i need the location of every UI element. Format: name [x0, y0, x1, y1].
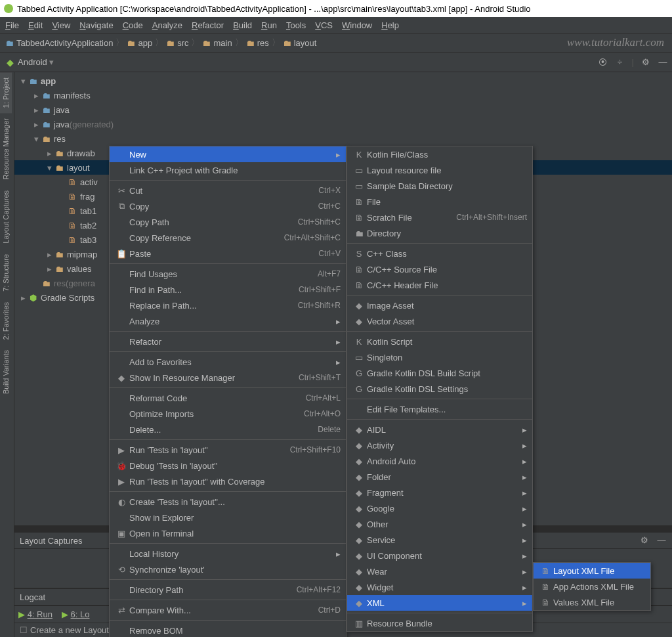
- side-tab-7-structure[interactable]: 7: Structure: [0, 249, 12, 297]
- menu-navigate[interactable]: Navigate: [79, 20, 113, 30]
- menu-tools[interactable]: Tools: [286, 20, 306, 30]
- side-tab-resource-manager[interactable]: Resource Manager: [0, 113, 12, 185]
- menu-item-copy-reference[interactable]: Copy ReferenceCtrl+Alt+Shift+C: [110, 230, 346, 246]
- menu-item-resource-bundle[interactable]: ▥Resource Bundle: [347, 615, 532, 631]
- collapse-icon[interactable]: ÷: [615, 57, 625, 68]
- menu-item-c-c-source-file[interactable]: 🗎C/C++ Source File: [347, 261, 532, 277]
- menu-item-layout-xml-file[interactable]: 🗎Layout XML File: [534, 563, 650, 579]
- menu-item-widget[interactable]: ◆Widget▸: [347, 579, 532, 595]
- menu-help[interactable]: Help: [381, 20, 399, 30]
- menu-item-find-usages[interactable]: Find UsagesAlt+F7: [110, 266, 346, 282]
- menu-item-aidl[interactable]: ◆AIDL▸: [347, 422, 532, 437]
- side-tab-build-variants[interactable]: Build Variants: [0, 345, 12, 399]
- menu-item-other[interactable]: ◆Other▸: [347, 516, 532, 532]
- menu-item-new[interactable]: New▸: [110, 146, 346, 162]
- breadcrumb-main[interactable]: 🖿main: [202, 38, 232, 48]
- project-view-selector[interactable]: Android ▾: [18, 57, 54, 67]
- breadcrumb-layout[interactable]: 🖿layout: [283, 38, 317, 48]
- bottom-tab-6-lo[interactable]: ▶ 6: Lo: [62, 609, 90, 619]
- minimize-icon[interactable]: —: [658, 57, 668, 68]
- menu-item-run-tests-in-layout-[interactable]: ▶Run 'Tests in 'layout''Ctrl+Shift+F10: [110, 442, 346, 458]
- menu-item-image-asset[interactable]: ◆Image Asset: [347, 297, 532, 313]
- menu-item-label: Run 'Tests in 'layout'': [128, 445, 274, 455]
- menu-item-wear[interactable]: ◆Wear▸: [347, 563, 532, 579]
- side-tab-1-project[interactable]: 1: Project: [0, 72, 12, 113]
- menu-item-optimize-imports[interactable]: Optimize ImportsCtrl+Alt+O: [110, 406, 346, 422]
- menu-code[interactable]: Code: [123, 20, 143, 30]
- menu-item-create-tests-in-layout-[interactable]: ◐Create 'Tests in 'layout''...: [110, 494, 346, 510]
- bottom-tab-4-run[interactable]: ▶ 4: Run: [18, 609, 52, 619]
- menu-item-scratch-file[interactable]: 🗎Scratch FileCtrl+Alt+Shift+Insert: [347, 209, 532, 225]
- menu-item-sample-data-directory[interactable]: ▭Sample Data Directory: [347, 178, 532, 194]
- menu-item-edit-file-templates-[interactable]: Edit File Templates...: [347, 401, 532, 417]
- target-icon[interactable]: ⦿: [598, 57, 608, 68]
- menu-item-values-xml-file[interactable]: 🗎Values XML File: [534, 594, 650, 610]
- menu-item-show-in-resource-manager[interactable]: ◆Show In Resource ManagerCtrl+Shift+T: [110, 370, 346, 385]
- menu-item-local-history[interactable]: Local History▸: [110, 546, 346, 561]
- menu-item-activity[interactable]: ◆Activity▸: [347, 437, 532, 453]
- menu-item-analyze[interactable]: Analyze▸: [110, 313, 346, 329]
- menu-item-remove-bom[interactable]: Remove BOM: [110, 623, 346, 637]
- menu-item-run-tests-in-layout-with-coverage[interactable]: ▶Run 'Tests in 'layout'' with Coverage: [110, 473, 346, 489]
- menu-item-find-in-path-[interactable]: Find in Path...Ctrl+Shift+F: [110, 282, 346, 297]
- menu-item-link-c-project-with-gradle[interactable]: Link C++ Project with Gradle: [110, 162, 346, 178]
- minimize-icon[interactable]: —: [656, 535, 667, 546]
- menu-item-singleton[interactable]: ▭Singleton: [347, 349, 532, 365]
- menu-run[interactable]: Run: [261, 20, 277, 30]
- menu-window[interactable]: Window: [342, 20, 372, 30]
- breadcrumb-tabbedactivityapplication[interactable]: 🖿TabbedActivityApplication: [5, 38, 113, 48]
- menu-item-directory-path[interactable]: Directory PathCtrl+Alt+F12: [110, 582, 346, 598]
- tree-res[interactable]: 🖿res: [14, 131, 672, 146]
- menu-item-file[interactable]: 🗎File: [347, 194, 532, 209]
- menu-view[interactable]: View: [52, 20, 70, 30]
- menu-edit[interactable]: Edit: [28, 20, 43, 30]
- menu-item-gradle-kotlin-dsl-settings[interactable]: GGradle Kotlin DSL Settings: [347, 381, 532, 397]
- gear-icon[interactable]: ⚙: [640, 57, 651, 68]
- menu-item-c-class[interactable]: SC++ Class: [347, 246, 532, 261]
- side-tab-layout-captures[interactable]: Layout Captures: [0, 185, 12, 249]
- menu-item-show-in-explorer[interactable]: Show in Explorer: [110, 510, 346, 525]
- menu-item-copy[interactable]: ⧉CopyCtrl+C: [110, 198, 346, 214]
- menu-item-synchronize-layout-[interactable]: ⟲Synchronize 'layout': [110, 561, 346, 577]
- menu-analyze[interactable]: Analyze: [152, 20, 182, 30]
- side-tab-2-favorites[interactable]: 2: Favorites: [0, 297, 12, 345]
- menu-item-directory[interactable]: 🖿Directory: [347, 225, 532, 241]
- menu-item-android-auto[interactable]: ◆Android Auto▸: [347, 453, 532, 469]
- breadcrumb-res[interactable]: 🖿res: [246, 38, 269, 48]
- gear-icon[interactable]: ⚙: [639, 535, 650, 546]
- menu-item-delete-[interactable]: Delete...Delete: [110, 422, 346, 437]
- menu-item-debug-tests-in-layout-[interactable]: 🐞Debug 'Tests in 'layout'': [110, 458, 346, 473]
- menu-item-fragment[interactable]: ◆Fragment▸: [347, 485, 532, 500]
- tree-java-generated[interactable]: 🖿java (generated): [14, 117, 672, 131]
- menu-item-google[interactable]: ◆Google▸: [347, 500, 532, 516]
- menu-item-paste[interactable]: 📋PasteCtrl+V: [110, 246, 346, 261]
- menu-item-ui-component[interactable]: ◆UI Component▸: [347, 548, 532, 563]
- menu-item-gradle-kotlin-dsl-build-script[interactable]: GGradle Kotlin DSL Build Script: [347, 365, 532, 381]
- menu-item-folder[interactable]: ◆Folder▸: [347, 469, 532, 485]
- menu-item-open-in-terminal[interactable]: ▣Open in Terminal: [110, 525, 346, 541]
- menu-item-add-to-favorites[interactable]: Add to Favorites▸: [110, 354, 346, 370]
- menu-refactor[interactable]: Refactor: [192, 20, 224, 30]
- menu-item-layout-resource-file[interactable]: ▭Layout resource file: [347, 162, 532, 178]
- menu-file[interactable]: File: [5, 20, 19, 30]
- tree-app[interactable]: 🖿app: [14, 74, 672, 88]
- menu-item-refactor[interactable]: Refactor▸: [110, 334, 346, 349]
- menu-item-kotlin-script[interactable]: KKotlin Script: [347, 334, 532, 349]
- menu-item-compare-with-[interactable]: ⇄Compare With...Ctrl+D: [110, 602, 346, 618]
- tree-manifests[interactable]: 🖿manifests: [14, 88, 672, 102]
- breadcrumb-app[interactable]: 🖿app: [127, 38, 152, 48]
- menu-item-xml[interactable]: ◆XML▸: [347, 595, 532, 611]
- menu-item-cut[interactable]: ✂CutCtrl+X: [110, 183, 346, 198]
- menu-item-copy-path[interactable]: Copy PathCtrl+Shift+C: [110, 214, 346, 230]
- menu-item-c-c-header-file[interactable]: 🗎C/C++ Header File: [347, 277, 532, 293]
- menu-build[interactable]: Build: [233, 20, 252, 30]
- menu-item-replace-in-path-[interactable]: Replace in Path...Ctrl+Shift+R: [110, 297, 346, 313]
- tree-java[interactable]: 🖿java: [14, 102, 672, 117]
- menu-vcs[interactable]: VCS: [315, 20, 333, 30]
- breadcrumb-src[interactable]: 🖿src: [166, 38, 188, 48]
- menu-item-kotlin-file-class[interactable]: KKotlin File/Class: [347, 146, 532, 162]
- menu-item-reformat-code[interactable]: Reformat CodeCtrl+Alt+L: [110, 390, 346, 406]
- menu-item-service[interactable]: ◆Service▸: [347, 532, 532, 548]
- menu-item-app-actions-xml-file[interactable]: 🗎App Actions XML File: [534, 579, 650, 594]
- menu-item-vector-asset[interactable]: ◆Vector Asset: [347, 313, 532, 329]
